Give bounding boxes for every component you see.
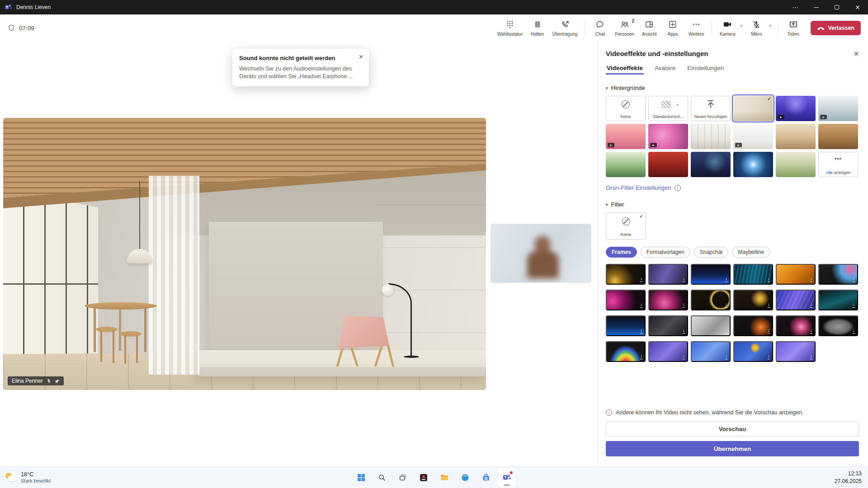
bg-none-tile[interactable]: ⌄ ••• Keine ▶ ✓ — [606, 96, 646, 121]
mic-button[interactable]: Mikro — [745, 18, 768, 39]
frame-violet-confetti[interactable]: ↓ — [776, 341, 816, 362]
taskbar-clock[interactable]: 12:13 27.06.2025 — [835, 470, 868, 484]
search-button[interactable] — [373, 469, 391, 487]
teams-app-button[interactable] — [498, 469, 516, 487]
apps-button[interactable]: Apps — [661, 18, 684, 39]
frame-pink-ribbon[interactable]: ↓ — [648, 290, 688, 310]
pill-snapchat[interactable]: Snapchat — [694, 247, 729, 258]
frame-teal-waves[interactable]: ↓ — [818, 290, 858, 310]
recording-app-button[interactable] — [415, 469, 433, 487]
bg-white-studio-tile[interactable]: ⌄ ••• ▶ ✓ — [733, 124, 773, 149]
frame-violet-diagonals[interactable]: ↓ — [776, 290, 816, 310]
titlebar-more-button[interactable]: ⋯ — [785, 0, 806, 14]
task-view-icon — [399, 474, 407, 482]
pill-maybelline[interactable]: Maybelline — [732, 247, 769, 258]
frame-birthday-cake[interactable]: ↓ — [776, 315, 816, 336]
frame-balloons[interactable]: ↓ — [818, 264, 858, 285]
minimize-button[interactable] — [806, 0, 826, 14]
frame-gold-ring[interactable]: ↓ — [691, 290, 731, 310]
edge-browser-button[interactable] — [456, 469, 474, 487]
frame-paper[interactable]: ↓ — [691, 315, 731, 336]
close-window-button[interactable]: ✕ — [847, 0, 868, 14]
preview-button[interactable]: Vorschau — [606, 421, 859, 436]
bg-beige-room-tile[interactable]: ⌄ ••• ▶ ✓ — [733, 96, 773, 121]
bg-hyperspace-tile[interactable]: ⌄ ••• ▶ ✓ — [733, 152, 773, 177]
frame-purple-camera[interactable]: ↓ — [648, 341, 688, 362]
frame-deep-blue-wave[interactable]: ↓ — [606, 315, 646, 336]
bg-night-fantasy-tile[interactable]: ⌄ ••• ▶ ✓ — [691, 152, 731, 177]
people-button[interactable]: 2 Personen — [612, 18, 637, 39]
dialpad-button[interactable]: Wähltastatur — [494, 18, 526, 39]
frame-gray-waves[interactable]: ↓ — [648, 315, 688, 336]
download-icon: ↓ — [768, 328, 770, 333]
tab-avatare[interactable]: Avatare — [654, 65, 676, 75]
share-button[interactable]: Teilen — [782, 18, 805, 39]
frame-planet[interactable]: ↓ — [733, 290, 773, 310]
frame-purple-streaks[interactable]: ↓ — [648, 264, 688, 285]
frame-orange-figures[interactable]: ↓ — [733, 315, 773, 336]
more-dots-icon: ••• — [819, 156, 858, 162]
tab-einstellungen[interactable]: Einstellungen — [686, 65, 725, 75]
video-badge-icon: ▶ — [820, 115, 827, 119]
self-view[interactable] — [491, 224, 591, 283]
file-explorer-button[interactable] — [435, 469, 453, 487]
frame-pink-dots[interactable]: ↓ — [606, 290, 646, 310]
filter-section-header[interactable]: ▾ Filter — [606, 201, 859, 208]
mic-muted-icon — [752, 20, 761, 30]
store-button[interactable] — [477, 469, 495, 487]
frame-teal-lines[interactable]: ↓ — [733, 264, 773, 285]
bg-white-hall-tile[interactable]: ⌄ ••• ▶ ✓ — [691, 124, 731, 149]
panel-close-button[interactable]: ✕ — [854, 50, 859, 57]
pill-formatvorlagen[interactable]: Formatvorlagen — [641, 247, 690, 258]
bg-pink-flowers-tile[interactable]: ⌄ ••• ▶ ✓ — [648, 124, 688, 149]
hold-button[interactable]: Halten — [526, 18, 549, 39]
apply-button[interactable]: Übernehmen — [606, 441, 859, 456]
self-view-video — [491, 224, 591, 283]
weather-widget[interactable]: 18°C Stark bewölkt — [0, 471, 104, 484]
pill-frames[interactable]: Frames — [606, 247, 637, 258]
backgrounds-section-header[interactable]: ▾ Hintergründe — [606, 84, 859, 91]
tab-videoeffekte[interactable]: Videoeffekte — [606, 65, 644, 75]
camera-chevron-button[interactable]: ⌄ — [739, 18, 745, 28]
maximize-button[interactable] — [826, 0, 847, 14]
view-button[interactable]: Ansicht — [637, 18, 661, 39]
transfer-button[interactable]: Übertragung — [549, 18, 581, 39]
task-view-button[interactable] — [394, 469, 412, 487]
green-filter-settings-link[interactable]: Grün-Filter-Einstellungen — [606, 184, 671, 191]
chat-button[interactable]: Chat — [588, 18, 612, 39]
bg-red-stage-tile[interactable]: ⌄ ••• ▶ ✓ — [648, 152, 688, 177]
bg-purple-mountains-tile[interactable]: ⌄ ••• ▶ ✓ — [776, 96, 816, 121]
bg-snowy-trees-tile[interactable]: ⌄ ••• ▶ ✓ — [818, 96, 858, 121]
frame-orange-glow[interactable]: ↓ — [776, 264, 816, 285]
frame-golden-bokeh[interactable]: ↓ — [606, 264, 646, 285]
mic-chevron-button[interactable]: ⌄ — [768, 18, 774, 28]
leave-call-button[interactable]: Verlassen — [811, 21, 861, 35]
bg-wood-restaurant-tile[interactable]: ⌄ ••• ▶ ✓ — [818, 124, 858, 149]
panel-title: Videoeffekte und -einstellungen — [606, 50, 708, 57]
hang-up-icon — [817, 24, 825, 32]
bg-pink-clouds-tile[interactable]: ⌄ ••• ▶ ✓ — [606, 124, 646, 149]
bg-garden-wall-tile[interactable]: ⌄ ••• ▶ ✓ — [776, 152, 816, 177]
frame-gray-ellipse[interactable]: ↓ — [818, 315, 858, 336]
participant-name: Elina Penner — [12, 378, 43, 384]
frame-blue-items[interactable]: ↓ — [691, 341, 731, 362]
more-options-button[interactable]: Weitere — [684, 18, 708, 39]
weather-icon — [5, 473, 17, 483]
frame-rainbow-arc[interactable]: ↓ — [606, 341, 646, 362]
filter-none-tile[interactable]: Keine ✓ — [606, 212, 646, 239]
triangle-down-icon: ▾ — [606, 202, 608, 207]
clock-date: 27.06.2025 — [835, 478, 862, 485]
frame-blue-wave[interactable]: ↓ — [691, 264, 731, 285]
bg-green-pavilion-tile[interactable]: ⌄ ••• ▶ ✓ — [606, 152, 646, 177]
frame-yellow-ball[interactable]: ↓ — [733, 341, 773, 362]
bg-blur-tile[interactable]: ⌄ ••• Standardunsch... ▶ ✓ — [648, 96, 688, 121]
camera-button[interactable]: Kamera — [716, 18, 739, 39]
start-button[interactable] — [352, 469, 370, 487]
toolbar-separator — [778, 20, 778, 36]
toast-close-button[interactable]: ✕ — [359, 53, 363, 60]
bg-add-new-tile[interactable]: ⌄ ••• Neuen hinzufügen ▶ ✓ — [691, 96, 731, 121]
minimize-icon — [814, 7, 819, 8]
participant-video[interactable]: Elina Penner — [3, 118, 486, 390]
bg-warm-interior-tile[interactable]: ⌄ ••• ▶ ✓ — [776, 124, 816, 149]
bg-show-all-tile[interactable]: ⌄ ••• Alle anzeigen ▶ ✓ — [818, 152, 858, 177]
